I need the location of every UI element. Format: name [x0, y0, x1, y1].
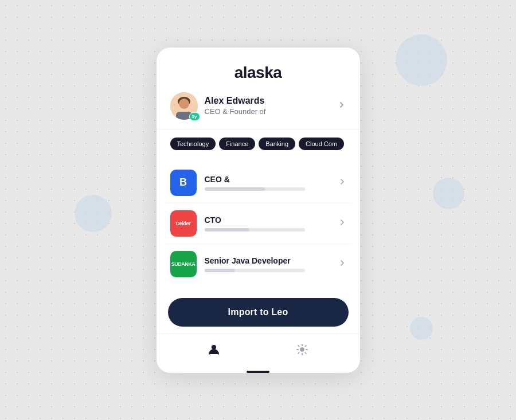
main-card: alaska 5y [157, 48, 360, 373]
exp-chevron-2[interactable] [338, 218, 346, 229]
app-title: alaska [170, 64, 346, 82]
exp-bar-2 [205, 228, 305, 231]
exp-item-1[interactable]: B CEO & [166, 163, 351, 203]
profile-title: CEO & Founder of [205, 107, 330, 116]
svg-point-3 [179, 99, 189, 109]
profile-info: Alex Edwards CEO & Founder of [205, 96, 330, 116]
exp-info-1: CEO & [205, 175, 330, 191]
nav-profile[interactable] [198, 341, 229, 358]
exp-bar-inner-3 [205, 269, 235, 272]
exp-bar-3 [205, 269, 305, 272]
company-logo-b: B [170, 170, 197, 196]
decorative-blob-top-right [396, 34, 447, 86]
profile-row[interactable]: 5y Alex Edwards CEO & Founder of [170, 92, 346, 120]
svg-point-5 [212, 345, 216, 350]
card-header: alaska 5y [157, 48, 360, 129]
bottom-nav [157, 333, 360, 367]
exp-info-3: Senior Java Developer [205, 256, 330, 272]
bottom-indicator [247, 371, 269, 373]
decorative-blob-bottom-right [410, 317, 433, 340]
exp-bar-inner-2 [205, 228, 250, 231]
company-logo-sudanka: SUDANKA [170, 251, 197, 277]
exp-bar-inner-1 [205, 187, 265, 191]
exp-info-2: CTO [205, 215, 330, 231]
tag-finance[interactable]: Finance [219, 138, 255, 150]
exp-item-3[interactable]: SUDANKA Senior Java Developer [166, 244, 351, 284]
exp-item-2[interactable]: Deider CTO [166, 203, 351, 244]
tag-banking[interactable]: Banking [259, 138, 295, 150]
import-section: Import to Leo [157, 289, 360, 333]
exp-chevron-3[interactable] [338, 259, 346, 269]
profile-name: Alex Edwards [205, 96, 330, 106]
exp-chevron-1[interactable] [338, 178, 346, 188]
svg-point-6 [300, 348, 304, 351]
import-button[interactable]: Import to Leo [168, 298, 349, 327]
profile-badge: 5y [189, 112, 200, 121]
company-logo-deider: Deider [170, 210, 197, 237]
experience-list: B CEO & Deider CTO [157, 158, 360, 289]
tag-technology[interactable]: Technology [170, 138, 216, 150]
exp-role-3: Senior Java Developer [205, 256, 330, 265]
exp-role-2: CTO [205, 215, 330, 225]
exp-bar-1 [205, 187, 305, 191]
exp-role-1: CEO & [205, 175, 330, 184]
decorative-blob-mid-right [433, 178, 464, 209]
decorative-blob-mid-left [75, 195, 112, 232]
nav-settings[interactable] [287, 341, 318, 358]
tags-row: Technology Finance Banking Cloud Com [157, 129, 360, 158]
tag-cloud[interactable]: Cloud Com [299, 138, 344, 150]
profile-chevron-icon[interactable] [337, 100, 346, 112]
avatar-wrapper: 5y [170, 92, 198, 120]
